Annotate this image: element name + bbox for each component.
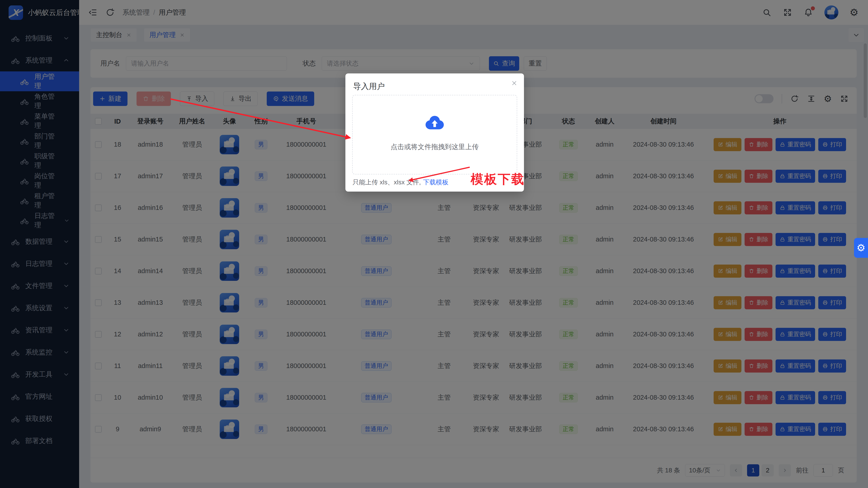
close-icon[interactable] (511, 80, 518, 87)
upload-tip-text: 只能上传 xls、xlsx 文件, (352, 178, 421, 187)
import-users-dialog: 导入用户 点击或将文件拖拽到这里上传 只能上传 xls、xlsx 文件, 下载模… (345, 73, 524, 192)
upload-dropzone[interactable]: 点击或将文件拖拽到这里上传 (352, 95, 517, 174)
download-template-link[interactable]: 下载模板 (423, 178, 448, 187)
upload-tip: 只能上传 xls、xlsx 文件, 下载模板 (352, 178, 448, 187)
upload-hint-text: 点击或将文件拖拽到这里上传 (391, 142, 479, 152)
dialog-title: 导入用户 (353, 81, 385, 92)
theme-settings-button[interactable]: ⚙ (854, 238, 868, 258)
modal-overlay (0, 0, 868, 488)
upload-cloud-icon (425, 115, 445, 131)
gear-icon: ⚙ (857, 243, 865, 253)
